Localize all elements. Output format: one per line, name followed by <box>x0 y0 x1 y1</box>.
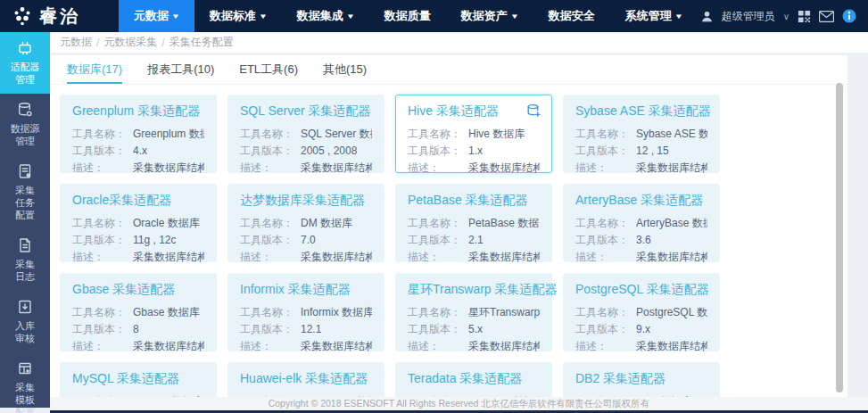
adapter-card[interactable]: Huawei-elk 采集适配器工具名称：Huawei-elk 数据库 <box>227 362 384 397</box>
tab-3[interactable]: 其他(15) <box>323 55 367 84</box>
adapter-card-title[interactable]: 达梦数据库采集适配器 <box>240 193 372 209</box>
nav-menu-label: 数据集成 <box>297 8 343 24</box>
qr-code-icon[interactable] <box>798 10 811 23</box>
chevron-down-icon: ∨ <box>783 12 789 21</box>
field-label: 描述： <box>72 338 133 355</box>
field-value: 采集数据库结构及相关对象 <box>636 249 707 266</box>
sidebar-item-采集模板配置[interactable]: 采集模板配置 <box>0 352 50 413</box>
field-label: 工具版本： <box>72 232 133 249</box>
field-label: 工具版本： <box>575 321 636 338</box>
tab-2[interactable]: ETL工具(6) <box>239 55 298 84</box>
adapter-card-title[interactable]: Huawei-elk 采集适配器 <box>240 371 372 387</box>
adapter-card-title[interactable]: PetaBase 采集适配器 <box>408 193 540 209</box>
user-name[interactable]: 超级管理员 <box>722 9 775 24</box>
adapter-card[interactable]: ArteryBase 采集适配器工具名称：ArteryBase 数据库工具版本：… <box>563 184 720 262</box>
field-value: 3.6 <box>636 232 651 249</box>
adapter-card-title[interactable]: Informix 采集适配器 <box>240 282 372 298</box>
field-value: Oracle 数据库 <box>133 215 200 232</box>
adapter-card[interactable]: 星环Transwarp 采集适配器工具名称：星环Transwarp 数据库工具版… <box>395 273 552 351</box>
adapter-card-title[interactable]: Hive 采集适配器 <box>408 103 540 120</box>
breadcrumb: 元数据/元数据采集/采集任务配置 <box>50 32 868 54</box>
field-label: 工具版本： <box>240 321 301 338</box>
field-value: PostgreSQL 数据库 <box>636 304 707 321</box>
adapter-card-title[interactable]: Gbase 采集适配器 <box>72 282 204 298</box>
adapter-card[interactable]: MySQL 采集适配器工具名称：MySQL 数据库 <box>60 362 217 397</box>
adapter-card[interactable]: Hive 采集适配器工具名称：Hive 数据库工具版本：1.x描述：采集数据库结… <box>395 95 552 173</box>
app-logo[interactable]: 睿治 <box>0 0 119 32</box>
sidebar-item-label: 任务 <box>0 196 50 209</box>
field-value: 2.1 <box>468 232 484 249</box>
nav-menu-item[interactable]: 数据集成▼ <box>282 0 369 32</box>
field-value: 12.1 <box>301 321 321 338</box>
adapter-card[interactable]: Greenplum 采集适配器工具名称：Greenplum 数据库工具版本：4.… <box>60 95 217 173</box>
field-label: 工具版本： <box>575 143 636 160</box>
top-navbar: 睿治 元数据▼数据标准▼数据集成▼数据质量数据资产▼数据安全系统管理▼ 超级管理… <box>0 0 868 32</box>
add-collect-task-icon[interactable] <box>525 103 542 120</box>
nav-menu-item[interactable]: 数据资产▼ <box>446 0 533 32</box>
tab-1[interactable]: 报表工具(10) <box>147 55 214 84</box>
adapter-card-title[interactable]: Oracle采集适配器 <box>72 193 204 209</box>
adapter-card-title[interactable]: ArteryBase 采集适配器 <box>575 193 707 209</box>
sidebar-item-label: 采集 <box>0 381 50 393</box>
field-value: 4.x <box>133 143 147 160</box>
sidebar-item-数据源管理[interactable]: 数据源管理 <box>0 94 50 155</box>
tab-0[interactable]: 数据库(17) <box>67 55 122 84</box>
field-value: PetaBase 数据库 <box>468 215 540 232</box>
adapter-card-title[interactable]: Teradata 采集适配器 <box>408 371 540 387</box>
adapter-card-field: 工具版本：1.x <box>408 143 540 160</box>
sidebar-item-label: 配置 <box>0 209 50 221</box>
nav-menu-item[interactable]: 数据标准▼ <box>194 0 282 32</box>
field-label: 工具名称： <box>408 304 468 321</box>
sidebar-item-适配器管理[interactable]: 适配器管理 <box>0 32 50 94</box>
adapter-card[interactable]: 达梦数据库采集适配器工具名称：DM 数据库工具版本：7.0描述：采集数据库结构及… <box>227 184 384 262</box>
adapter-card-field: 工具版本：12.1 <box>240 321 372 338</box>
field-label: 工具名称： <box>408 126 468 143</box>
nav-menu-item[interactable]: 数据质量 <box>369 0 446 32</box>
adapter-card[interactable]: DB2 采集适配器工具名称：DB2 数据库 <box>563 362 720 397</box>
nav-menu-label: 数据标准 <box>210 8 256 24</box>
field-label: 工具名称： <box>240 215 301 232</box>
adapter-card[interactable]: PetaBase 采集适配器工具名称：PetaBase 数据库工具版本：2.1描… <box>395 184 552 262</box>
breadcrumb-part[interactable]: 元数据采集 <box>103 35 157 50</box>
field-value: 采集数据库结构及相关对象 <box>301 338 372 355</box>
app-title: 睿治 <box>39 4 80 29</box>
adapter-card[interactable]: Informix 采集适配器工具名称：Informix 数据库工具版本：12.1… <box>227 273 384 351</box>
adapter-card[interactable]: SQL Server 采集适配器工具名称：SQL Server 数据库工具版本：… <box>227 95 384 173</box>
field-value: 2005 , 2008 <box>301 143 357 160</box>
caret-down-icon: ▼ <box>259 12 268 21</box>
adapter-card-field: 描述：采集数据库结构及相关对象 <box>408 160 540 177</box>
sidebar-item-入库审核[interactable]: 入库审核 <box>0 291 50 352</box>
field-label: 描述： <box>240 338 301 355</box>
adapter-card[interactable]: Teradata 采集适配器工具名称：Teradata 数据库 <box>395 362 552 397</box>
adapter-card[interactable]: Oracle采集适配器工具名称：Oracle 数据库工具版本：11g , 12c… <box>60 184 217 262</box>
nav-menu-item[interactable]: 系统管理▼ <box>610 0 698 32</box>
adapter-card-title[interactable]: SQL Server 采集适配器 <box>240 103 372 120</box>
sidebar: 适配器管理数据源管理采集任务配置采集日志入库审核采集模板配置 <box>0 32 50 408</box>
breadcrumb-part[interactable]: 元数据 <box>60 35 92 50</box>
adapter-card-title[interactable]: PostgreSQL 采集适配器 <box>575 282 707 298</box>
adapter-card-title[interactable]: MySQL 采集适配器 <box>72 371 204 387</box>
adapter-card-title[interactable]: DB2 采集适配器 <box>575 371 707 387</box>
adapter-card[interactable]: Gbase 采集适配器工具名称：Gbase 数据库工具版本：8描述：采集数据库结… <box>60 273 217 351</box>
info-icon[interactable] <box>842 9 856 23</box>
template-config-icon <box>16 359 34 380</box>
adapter-card-title[interactable]: 星环Transwarp 采集适配器 <box>408 282 540 298</box>
adapter-card-title[interactable]: Sybase ASE 采集适配器 <box>575 103 707 120</box>
vertical-scrollbar[interactable] <box>836 83 843 392</box>
adapter-card[interactable]: PostgreSQL 采集适配器工具名称：PostgreSQL 数据库工具版本：… <box>563 273 720 351</box>
caret-down-icon: ▼ <box>346 12 355 21</box>
user-avatar-icon[interactable] <box>700 10 714 23</box>
nav-menu-item[interactable]: 数据安全 <box>533 0 610 32</box>
sidebar-item-采集任务配置[interactable]: 采集任务配置 <box>0 155 50 229</box>
adapter-card-title[interactable]: Greenplum 采集适配器 <box>72 103 204 120</box>
caret-down-icon: ▼ <box>171 12 180 21</box>
adapter-card-field: 工具版本：3.6 <box>575 232 707 249</box>
adapter-card-field: 工具名称：Greenplum 数据库 <box>72 126 204 143</box>
mail-icon[interactable] <box>819 11 834 22</box>
sidebar-item-采集日志[interactable]: 采集日志 <box>0 229 50 291</box>
sidebar-item-label: 管理 <box>0 73 50 86</box>
adapter-card[interactable]: Sybase ASE 采集适配器工具名称：Sybase ASE 数据库工具版本：… <box>563 95 720 173</box>
nav-menu-item[interactable]: 元数据▼ <box>119 0 194 32</box>
field-value: 5.x <box>468 321 483 338</box>
adapter-card-field: 描述：采集数据库结构及相关对象 <box>72 249 204 266</box>
